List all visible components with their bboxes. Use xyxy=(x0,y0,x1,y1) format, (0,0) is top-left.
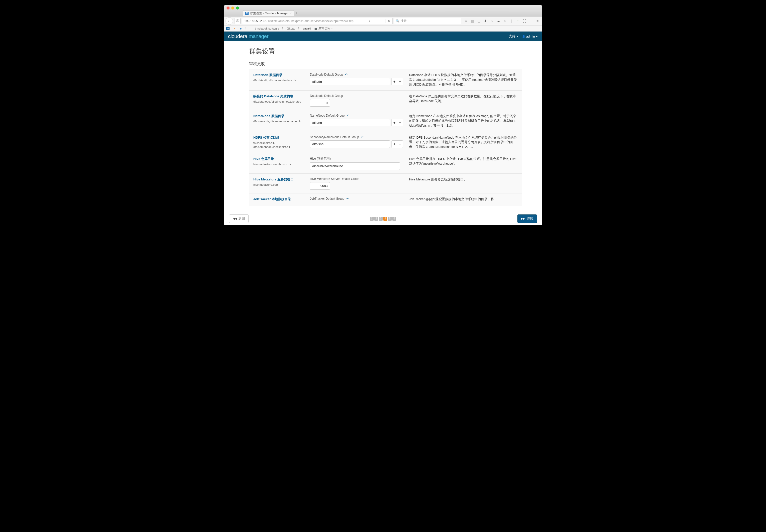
config-sub: dfs.datanode.failed.volumes.tolerated xyxy=(253,100,306,104)
divider-icon: | xyxy=(510,19,514,23)
section-title: 审核更改 xyxy=(249,61,522,67)
continue-icon: ▶▶ xyxy=(521,217,525,220)
menu-icon[interactable]: ≡ xyxy=(536,19,540,23)
step-indicator[interactable]: 4 xyxy=(383,217,387,221)
app-logo[interactable]: cloudera manager xyxy=(228,33,268,39)
config-input[interactable] xyxy=(310,119,390,126)
favicon-icon: C xyxy=(245,12,248,15)
search-bar[interactable]: 🔍 搜索 xyxy=(394,18,461,24)
bookmark-star-icon[interactable]: ☆ xyxy=(464,19,468,23)
reader-mode-icon[interactable]: ▾ xyxy=(369,19,370,23)
browser-tab[interactable]: C 群集设置 - Cloudera Manager × xyxy=(243,10,294,16)
config-row: Hive 仓库目录 hive.metastore.warehouse.dir H… xyxy=(249,153,522,174)
config-row: JobTracker 本地数据目录 JobTracker Default Gro… xyxy=(249,193,522,206)
support-link[interactable]: 支持▼ xyxy=(509,34,519,39)
config-title[interactable]: JobTracker 本地数据目录 xyxy=(253,197,306,201)
step-indicator[interactable]: 5 xyxy=(388,217,392,221)
bookmark-item[interactable]: ▲ xyxy=(232,27,236,30)
add-remove-group: + − xyxy=(392,78,403,85)
config-title[interactable]: Hive 仓库目录 xyxy=(253,157,306,161)
maximize-window-button[interactable] xyxy=(236,7,239,10)
minimize-window-button[interactable] xyxy=(231,7,234,10)
app-header: cloudera manager 支持▼ 👤admin▼ xyxy=(224,32,542,41)
close-window-button[interactable] xyxy=(226,7,229,10)
search-placeholder: 搜索 xyxy=(401,19,407,23)
continue-button[interactable]: ▶▶ 继续 xyxy=(518,214,537,223)
config-input[interactable] xyxy=(310,78,390,85)
browser-window: C 群集设置 - Cloudera Manager × + ← ⓘ 192.16… xyxy=(224,5,542,225)
remove-button[interactable]: − xyxy=(397,78,403,85)
config-description: DataNode 存储 HDFS 块数据的本地文件系统中的目录逗号分隔列表。值通… xyxy=(409,73,518,87)
paint-icon[interactable]: ✎ xyxy=(503,19,507,23)
undo-icon[interactable]: ↶ xyxy=(347,114,349,117)
page: cloudera manager 支持▼ 👤admin▼ 群集设置 审核更改 D… xyxy=(224,32,542,225)
undo-icon[interactable]: ↶ xyxy=(361,135,363,139)
reload-icon[interactable]: ↻ xyxy=(386,19,390,23)
bookmark-item[interactable]: ◉ xyxy=(239,27,242,30)
config-description: 确定 DFS SecondaryNameNode 在本地文件系统存储要合并的临时… xyxy=(409,135,518,149)
toolbar-icons: ☆ ▤ ▢ ⬇ ⌂ ☁ ✎ | ↕ ⛶ | ≡ xyxy=(463,19,541,23)
config-sub: hive.metastore.port xyxy=(253,183,306,187)
url-bar[interactable]: 192.168.53.230:7180/cmf/clusters/1/expre… xyxy=(242,18,393,24)
config-group-label: JobTracker Default Group ↶ xyxy=(310,197,405,200)
user-menu[interactable]: 👤admin▼ xyxy=(522,35,538,38)
config-title[interactable]: NameNode 数据目录 xyxy=(253,114,306,118)
config-input[interactable] xyxy=(310,182,330,190)
config-row: NameNode 数据目录 dfs.name.dir, dfs.namenode… xyxy=(249,110,522,132)
config-group-label: SecondaryNameNode Default Group ↶ xyxy=(310,135,405,139)
config-group-label: DataNode Default Group xyxy=(310,94,405,98)
step-indicator[interactable]: 6 xyxy=(392,217,396,221)
config-title[interactable]: Hive Metastore 服务器端口 xyxy=(253,177,306,182)
add-button[interactable]: + xyxy=(392,119,397,126)
downloads-icon[interactable]: ⬇ xyxy=(484,19,488,23)
tabbar: C 群集设置 - Cloudera Manager × + xyxy=(224,10,542,17)
tab-title: 群集设置 - Cloudera Manager xyxy=(250,12,288,15)
bookmark-item[interactable]: M xyxy=(226,27,229,30)
add-button[interactable]: + xyxy=(392,141,397,148)
step-indicator[interactable]: 3 xyxy=(379,217,383,221)
close-tab-icon[interactable]: × xyxy=(290,12,292,15)
url-path: :7180/cmf/clusters/1/express-add-service… xyxy=(265,19,353,23)
undo-icon[interactable]: ↶ xyxy=(345,73,347,76)
step-indicator[interactable]: 2 xyxy=(374,217,378,221)
config-group-label: DataNode Default Group ↶ xyxy=(310,73,405,76)
site-info-button[interactable]: ⓘ xyxy=(234,18,240,24)
sync-icon[interactable]: ↕ xyxy=(516,19,520,23)
config-row: HDFS 检查点目录 fs.checkpoint.dir, dfs.nameno… xyxy=(249,132,522,153)
bookmark-item[interactable]: 📷最常访问 ▾ xyxy=(314,27,332,30)
undo-icon[interactable]: ↶ xyxy=(346,197,349,200)
bookmark-item[interactable]: GitLab xyxy=(282,27,295,30)
config-input[interactable] xyxy=(310,99,330,107)
config-title[interactable]: HDFS 检查点目录 xyxy=(253,135,306,140)
config-title[interactable]: DataNode 数据目录 xyxy=(253,73,306,77)
chat-icon[interactable]: ☁ xyxy=(497,19,501,23)
config-group-label: Hive (服务范围) xyxy=(310,157,405,161)
config-description: Hive 仓库目录是在 HDFS 中存储 Hive 表格的位置。注意此仓库目录的… xyxy=(409,157,518,170)
config-input[interactable] xyxy=(310,140,390,148)
back-button[interactable]: ◀◀ 返回 xyxy=(229,214,248,223)
bookmark-item[interactable] xyxy=(245,27,249,30)
search-icon: 🔍 xyxy=(396,19,400,23)
url-host: 192.168.53.230 xyxy=(244,19,265,23)
home-icon[interactable]: ⌂ xyxy=(490,19,494,23)
remove-button[interactable]: − xyxy=(397,141,403,148)
library-icon[interactable]: ▤ xyxy=(470,19,474,23)
main-content: 群集设置 审核更改 DataNode 数据目录 dfs.data.dir, df… xyxy=(224,41,542,225)
back-button[interactable]: ← xyxy=(225,17,233,25)
config-description: Hive Metastore 服务器监听连接的端口。 xyxy=(409,177,518,190)
new-tab-button[interactable]: + xyxy=(296,11,298,16)
bookmark-item[interactable]: Index of /software xyxy=(252,27,279,30)
config-sub: dfs.data.dir, dfs.datanode.data.dir xyxy=(253,78,306,82)
divider-icon: | xyxy=(529,19,533,23)
config-input[interactable] xyxy=(310,162,400,170)
add-remove-group: + − xyxy=(392,140,403,148)
step-indicator[interactable]: 1 xyxy=(370,217,374,221)
pocket-icon[interactable]: ▢ xyxy=(477,19,481,23)
config-row: DataNode 数据目录 dfs.data.dir, dfs.datanode… xyxy=(249,69,522,91)
bookmark-item[interactable]: sasaki xyxy=(298,27,311,30)
config-title[interactable]: 接受的 DataNode 失败的卷 xyxy=(253,94,306,99)
remove-button[interactable]: − xyxy=(397,119,403,126)
config-row: Hive Metastore 服务器端口 hive.metastore.port… xyxy=(249,174,522,193)
crop-icon[interactable]: ⛶ xyxy=(523,19,527,23)
add-button[interactable]: + xyxy=(392,78,397,85)
